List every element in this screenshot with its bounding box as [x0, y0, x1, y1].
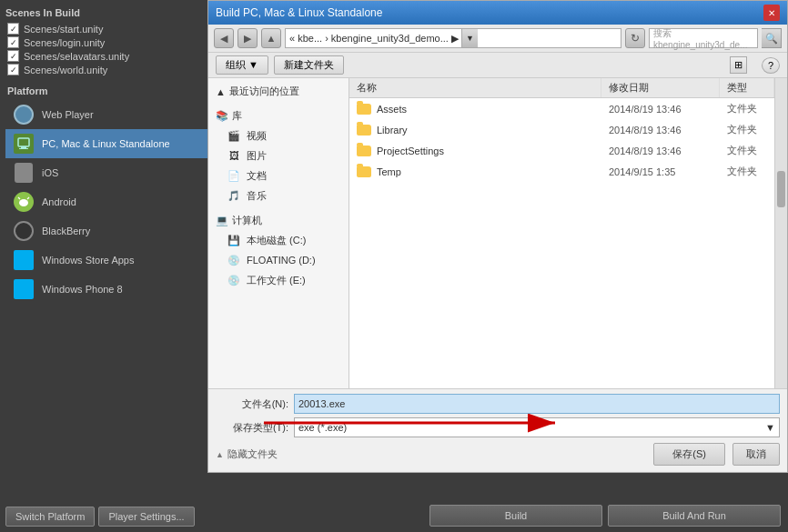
platform-title: Platform	[5, 85, 211, 96]
filetype-select[interactable]: exe (*.exe) ▼	[294, 417, 780, 437]
file-row-type: 文件夹	[720, 142, 774, 159]
nav-music[interactable]: 🎵 音乐	[208, 186, 349, 206]
file-list: Assets 2014/8/19 13:46 文件夹 Library 2014/…	[349, 98, 774, 388]
col-date: 修改日期	[601, 78, 720, 97]
nav-forward-button[interactable]: ▶	[237, 28, 258, 48]
left-panel: Scenes In Build ✓ Scenes/start.unity ✓ S…	[0, 0, 211, 532]
cancel-button[interactable]: 取消	[732, 443, 780, 466]
webplayer-icon	[13, 104, 35, 125]
file-row-date: 2014/9/15 1:35	[601, 165, 720, 179]
winstore-icon	[13, 249, 35, 271]
nav-documents[interactable]: 📄 文档	[208, 166, 349, 186]
svg-point-3	[19, 199, 28, 206]
dialog-titlebar: Build PC, Mac & Linux Standalone ✕	[208, 1, 787, 25]
platform-item-webplayer[interactable]: Web Player	[5, 100, 211, 129]
platform-label-blackberry: BlackBerry	[42, 226, 90, 236]
platform-item-winstore[interactable]: Windows Store Apps	[5, 246, 211, 275]
filetype-row: 保存类型(T): exe (*.exe) ▼	[216, 417, 780, 437]
build-buttons: Build Build And Run	[422, 499, 788, 532]
file-row-date: 2014/8/19 13:46	[601, 102, 720, 116]
scene-item: ✓ Scenes/login.unity	[5, 35, 206, 49]
scenes-title: Scenes In Build	[5, 7, 206, 18]
svg-line-4	[18, 197, 20, 199]
scene-check-1[interactable]: ✓	[7, 23, 19, 35]
scroll-thumb	[777, 171, 785, 207]
scene-name-2: Scenes/login.unity	[24, 37, 105, 48]
nav-recent-header[interactable]: ▲ 最近访问的位置	[208, 82, 349, 101]
file-row-type: 文件夹	[720, 163, 774, 180]
nav-drive-d-label: FLOATING (D:)	[247, 255, 316, 266]
scene-item: ✓ Scenes/selavatars.unity	[5, 49, 206, 63]
nav-drive-e[interactable]: 💿 工作文件 (E:)	[208, 270, 349, 290]
nav-computer-header[interactable]: 💻 计算机	[208, 211, 349, 230]
nav-library-header[interactable]: 📚 库	[208, 106, 349, 125]
nav-computer-label: 计算机	[232, 214, 262, 227]
hide-folders-row: ▲ 隐藏文件夹 保存(S) 取消	[216, 441, 780, 467]
dialog-actionbar: 组织 ▼ 新建文件夹 ⊞ ?	[208, 53, 787, 78]
scene-name-3: Scenes/selavatars.unity	[24, 51, 129, 62]
build-and-run-button[interactable]: Build And Run	[608, 505, 781, 527]
new-folder-button[interactable]: 新建文件夹	[274, 55, 344, 75]
file-row-name: Assets	[349, 102, 601, 116]
pc-icon	[13, 133, 35, 155]
refresh-button[interactable]: ↻	[625, 28, 645, 48]
platform-item-blackberry[interactable]: BlackBerry	[5, 216, 211, 246]
nav-video[interactable]: 🎬 视频	[208, 125, 349, 146]
build-button[interactable]: Build	[429, 505, 602, 527]
folder-icon	[357, 166, 371, 177]
nav-pictures[interactable]: 🖼 图片	[208, 146, 349, 166]
save-dialog: Build PC, Mac & Linux Standalone ✕ ◀ ▶ ▲…	[207, 0, 788, 473]
switch-platform-button[interactable]: Switch Platform	[5, 507, 95, 527]
search-icon[interactable]: 🔍	[762, 28, 782, 48]
file-row-date: 2014/8/19 13:46	[601, 144, 720, 158]
bottom-build-area: ◀ ▶ ⊕ ⊗ Build Build And Run	[211, 473, 788, 532]
filetype-label: 保存类型(T):	[216, 421, 288, 435]
scene-check-2[interactable]: ✓	[7, 36, 19, 48]
nav-documents-label: 文档	[247, 169, 267, 183]
col-name: 名称	[349, 78, 601, 97]
player-settings-button[interactable]: Player Settings...	[98, 507, 194, 527]
hide-folders-label: 隐藏文件夹	[227, 447, 278, 461]
pictures-icon: 🖼	[227, 148, 241, 163]
path-dropdown-button[interactable]: ▼	[461, 29, 478, 47]
platform-item-android[interactable]: Android	[5, 187, 211, 216]
triangle-icon: ▲	[216, 450, 224, 459]
computer-icon: 💻	[216, 215, 228, 226]
nav-tree: ▲ 最近访问的位置 📚 库 🎬 视频 🖼 图片 📄 文档 🎵 音乐	[208, 78, 349, 388]
save-button[interactable]: 保存(S)	[653, 443, 725, 466]
file-row-name: Library	[349, 123, 601, 137]
organize-button[interactable]: 组织 ▼	[216, 55, 268, 75]
scene-check-4[interactable]: ✓	[7, 64, 19, 75]
file-row-temp[interactable]: Temp 2014/9/15 1:35 文件夹	[349, 161, 774, 182]
dialog-toolbar: ◀ ▶ ▲ « kbe... › kbengine_unity3d_demo..…	[208, 25, 787, 53]
nav-up-button[interactable]: ▲	[261, 28, 281, 48]
folder-icon	[357, 125, 371, 136]
drive-c-icon: 💾	[227, 233, 241, 247]
platform-item-winphone[interactable]: Windows Phone 8	[5, 275, 211, 304]
drive-e-icon: 💿	[227, 273, 241, 287]
file-row-name: ProjectSettings	[349, 144, 601, 158]
nav-recent-label: 最近访问的位置	[229, 85, 299, 98]
platform-item-ios[interactable]: iOS	[5, 158, 211, 187]
search-input[interactable]: 搜索 kbengine_unity3d_de...	[649, 28, 758, 48]
scrollbar[interactable]	[774, 78, 787, 388]
scene-check-3[interactable]: ✓	[7, 50, 19, 62]
dialog-close-button[interactable]: ✕	[763, 5, 780, 21]
nav-drive-e-label: 工作文件 (E:)	[247, 274, 306, 287]
file-row-library[interactable]: Library 2014/8/19 13:46 文件夹	[349, 119, 774, 140]
nav-drive-c[interactable]: 💾 本地磁盘 (C:)	[208, 230, 349, 250]
view-toggle-button[interactable]: ⊞	[730, 56, 747, 74]
filename-label: 文件名(N):	[216, 397, 288, 411]
svg-rect-1	[21, 146, 26, 148]
filename-input[interactable]	[294, 394, 780, 414]
file-row-projectsettings[interactable]: ProjectSettings 2014/8/19 13:46 文件夹	[349, 140, 774, 161]
platform-item-pc[interactable]: PC, Mac & Linux Standalone	[5, 129, 211, 158]
blackberry-icon	[13, 220, 35, 242]
help-button[interactable]: ?	[762, 57, 780, 74]
nav-video-label: 视频	[247, 129, 267, 143]
nav-back-button[interactable]: ◀	[214, 28, 234, 48]
hide-folders-button[interactable]: ▲ 隐藏文件夹	[216, 447, 278, 461]
nav-drive-d[interactable]: 💿 FLOATING (D:)	[208, 250, 349, 270]
dialog-body: ▲ 最近访问的位置 📚 库 🎬 视频 🖼 图片 📄 文档 🎵 音乐	[208, 78, 787, 388]
file-row-assets[interactable]: Assets 2014/8/19 13:46 文件夹	[349, 98, 774, 119]
